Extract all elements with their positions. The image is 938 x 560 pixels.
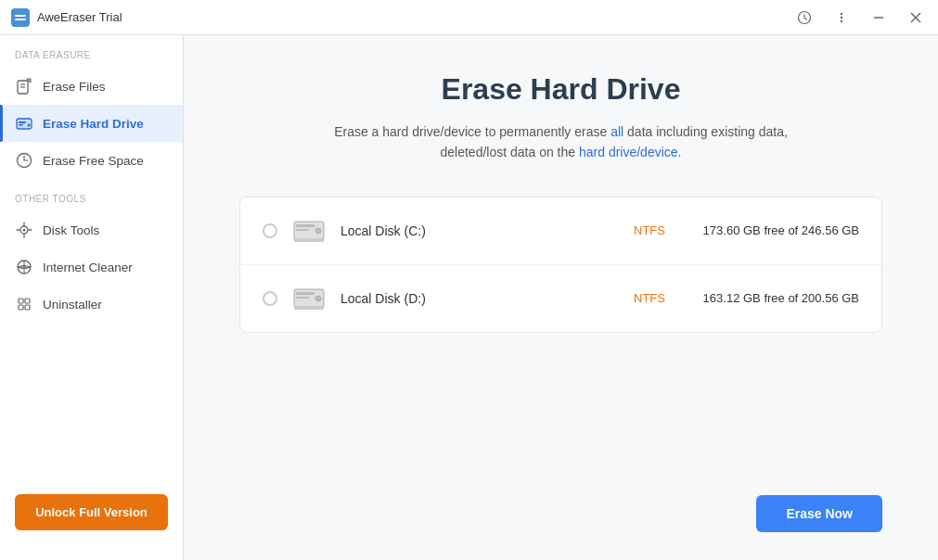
svg-point-21 [23, 229, 26, 232]
sidebar-item-erase-free-space-label: Erase Free Space [43, 154, 144, 168]
description-line1: Erase a hard drive/device to permanently… [334, 124, 788, 139]
svg-rect-36 [296, 297, 309, 299]
svg-rect-28 [25, 305, 30, 310]
svg-rect-30 [296, 224, 315, 227]
highlight-drive: hard drive/device. [579, 145, 682, 159]
sidebar-item-erase-files[interactable]: Erase Files [0, 68, 183, 105]
app-title: AweEraser Trial [37, 10, 793, 24]
svg-point-5 [841, 16, 842, 18]
drive-list: Local Disk (C:) NTFS 173.60 GB free of 2… [239, 197, 882, 333]
svg-rect-38 [294, 306, 324, 310]
svg-point-6 [841, 19, 842, 21]
sidebar-divider [0, 179, 183, 194]
svg-rect-2 [15, 19, 26, 20]
app-logo [11, 8, 30, 27]
svg-point-37 [315, 296, 321, 301]
sidebar: DATA ERASURE Erase Files [0, 35, 184, 560]
bottom-bar: Erase Now [239, 477, 882, 532]
sidebar-item-erase-hard-drive-label: Erase Hard Drive [43, 117, 144, 131]
close-button[interactable] [905, 6, 927, 29]
drive-icon-c [292, 214, 326, 248]
svg-rect-0 [12, 9, 29, 26]
svg-rect-14 [17, 119, 32, 129]
highlight-all: all [610, 124, 623, 139]
page-title: Erase Hard Drive [239, 72, 882, 107]
history-button[interactable] [793, 6, 816, 29]
disk-tools-icon [15, 221, 33, 239]
svg-rect-25 [19, 299, 23, 303]
drive-format-c: NTFS [622, 223, 677, 237]
svg-rect-35 [296, 292, 315, 295]
erase-free-space-icon [15, 151, 33, 170]
drive-icon-d [292, 282, 326, 315]
sidebar-bottom: Unlock Full Version [0, 479, 183, 545]
svg-rect-16 [19, 121, 26, 123]
sidebar-item-erase-free-space[interactable]: Erase Free Space [0, 142, 183, 179]
drive-format-d: NTFS [622, 291, 677, 305]
content-description: Erase a hard drive/device to permanently… [239, 121, 882, 163]
drive-item-d[interactable]: Local Disk (D:) NTFS 163.12 GB free of 2… [240, 265, 881, 332]
sidebar-item-uninstaller-label: Uninstaller [43, 298, 102, 312]
sidebar-item-erase-hard-drive[interactable]: Erase Hard Drive [0, 105, 183, 142]
svg-rect-31 [296, 229, 309, 231]
svg-rect-26 [25, 299, 30, 303]
svg-point-4 [841, 12, 842, 14]
title-bar: AweEraser Trial [0, 0, 938, 35]
drive-radio-d[interactable] [263, 291, 277, 306]
drive-space-c: 173.60 GB free of 246.56 GB [692, 223, 859, 237]
drive-name-d: Local Disk (D:) [341, 291, 607, 306]
window-controls [793, 6, 927, 29]
sidebar-item-internet-cleaner-label: Internet Cleaner [43, 261, 133, 274]
drive-name-c: Local Disk (C:) [341, 223, 607, 238]
main-layout: DATA ERASURE Erase Files [0, 35, 938, 560]
drive-space-d: 163.12 GB free of 200.56 GB [692, 291, 859, 305]
svg-point-32 [315, 228, 321, 234]
sidebar-item-disk-tools-label: Disk Tools [43, 223, 99, 237]
sidebar-section-other-tools: OTHER TOOLS [0, 194, 183, 211]
sidebar-item-internet-cleaner[interactable]: Internet Cleaner [0, 248, 183, 286]
sidebar-section-data-erasure: DATA ERASURE [0, 50, 183, 68]
sidebar-item-disk-tools[interactable]: Disk Tools [0, 211, 183, 248]
erase-files-icon [15, 77, 33, 95]
uninstaller-icon [15, 295, 33, 313]
erase-hard-drive-icon [15, 114, 33, 133]
description-line2: deleted/lost data on the hard drive/devi… [441, 145, 682, 159]
internet-cleaner-icon [15, 258, 33, 276]
svg-point-18 [28, 124, 31, 127]
svg-rect-33 [294, 238, 324, 242]
svg-rect-27 [19, 305, 23, 310]
minimize-button[interactable] [867, 6, 890, 29]
content-area: Erase Hard Drive Erase a hard drive/devi… [184, 35, 938, 560]
svg-rect-1 [15, 15, 26, 17]
unlock-button[interactable]: Unlock Full Version [15, 494, 168, 530]
drive-radio-c[interactable] [263, 223, 277, 238]
menu-button[interactable] [830, 6, 853, 29]
sidebar-item-uninstaller[interactable]: Uninstaller [0, 286, 183, 323]
sidebar-item-erase-files-label: Erase Files [43, 80, 106, 94]
drive-item-c[interactable]: Local Disk (C:) NTFS 173.60 GB free of 2… [240, 197, 881, 265]
svg-rect-17 [19, 124, 23, 126]
erase-now-button[interactable]: Erase Now [756, 495, 882, 532]
